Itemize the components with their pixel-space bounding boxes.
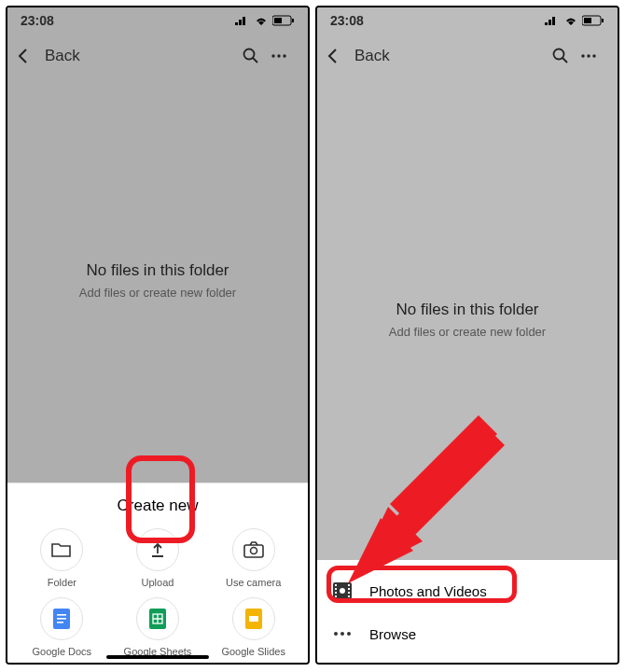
svg-rect-16 — [57, 618, 66, 620]
upload-photos-label: Photos and Videos — [369, 583, 487, 599]
upload-icon — [136, 528, 179, 571]
empty-title: No files in this folder — [86, 261, 229, 280]
create-slides[interactable]: Google Slides — [208, 597, 299, 657]
svg-point-34 — [592, 54, 595, 57]
svg-point-13 — [250, 548, 257, 554]
create-folder[interactable]: Folder — [17, 528, 107, 588]
back-icon[interactable] — [17, 48, 45, 64]
create-upload[interactable]: Upload — [113, 528, 203, 588]
svg-line-7 — [253, 58, 257, 63]
svg-point-8 — [271, 54, 274, 57]
svg-point-47 — [347, 632, 351, 636]
svg-rect-41 — [348, 588, 350, 590]
wifi-icon — [254, 15, 269, 26]
back-label[interactable]: Back — [354, 47, 390, 65]
svg-rect-36 — [335, 584, 337, 586]
sheets-icon — [136, 597, 179, 640]
svg-rect-5 — [274, 18, 282, 23]
svg-point-10 — [283, 54, 285, 57]
search-icon[interactable] — [552, 48, 580, 64]
empty-subtitle: Add files or create new folder — [389, 325, 546, 339]
svg-rect-23 — [249, 616, 258, 622]
svg-point-33 — [587, 54, 590, 57]
back-icon[interactable] — [326, 48, 354, 64]
more-icon[interactable] — [580, 48, 608, 64]
create-folder-label: Folder — [48, 577, 76, 588]
create-upload-label: Upload — [142, 577, 174, 588]
svg-point-9 — [277, 54, 280, 57]
empty-state: No files in this folder Add files or cre… — [7, 78, 308, 483]
cellular-icon — [545, 16, 560, 25]
empty-subtitle: Add files or create new folder — [79, 286, 236, 300]
create-docs[interactable]: Google Docs — [17, 597, 107, 657]
svg-rect-42 — [348, 592, 350, 594]
upload-photos-videos[interactable]: Photos and Videos — [317, 569, 618, 612]
svg-rect-38 — [335, 592, 337, 594]
svg-rect-1 — [239, 20, 242, 25]
create-sheet: Create new Folder Upload — [7, 483, 308, 663]
svg-rect-39 — [335, 595, 337, 597]
upload-browse-label: Browse — [369, 626, 416, 642]
status-bar: 23:08 — [7, 7, 308, 34]
svg-point-6 — [244, 49, 255, 60]
svg-point-30 — [554, 49, 564, 60]
slides-icon — [232, 597, 275, 640]
svg-rect-4 — [292, 19, 294, 22]
svg-rect-15 — [57, 614, 66, 616]
create-sheets[interactable]: Google Sheets — [113, 597, 203, 657]
film-icon — [332, 581, 353, 600]
battery-icon — [272, 15, 295, 26]
svg-rect-24 — [545, 22, 548, 25]
battery-icon — [582, 15, 604, 26]
folder-icon — [40, 528, 83, 571]
svg-rect-25 — [549, 20, 551, 25]
phone-screen-right: 23:08 Back — [315, 6, 619, 665]
upload-menu: Photos and Videos Browse — [317, 560, 618, 663]
svg-rect-37 — [335, 588, 337, 590]
app-header: Back — [7, 34, 308, 78]
more-icon[interactable] — [271, 48, 299, 64]
phone-screen-left: 23:08 Back — [6, 6, 310, 665]
back-label[interactable]: Back — [45, 47, 80, 65]
empty-title: No files in this folder — [396, 301, 538, 319]
upload-browse[interactable]: Browse — [317, 612, 618, 655]
cellular-icon — [235, 16, 250, 25]
status-time: 23:08 — [21, 13, 54, 28]
docs-icon — [40, 597, 83, 640]
sheet-title: Create new — [17, 497, 299, 515]
create-camera[interactable]: Use camera — [208, 528, 299, 588]
app-header: Back — [317, 34, 618, 78]
create-docs-label: Google Docs — [33, 646, 92, 657]
more-icon — [332, 625, 353, 642]
svg-point-45 — [334, 632, 338, 636]
svg-rect-40 — [348, 584, 350, 586]
create-slides-label: Google Slides — [221, 646, 285, 657]
svg-rect-29 — [584, 18, 591, 23]
home-indicator — [106, 655, 209, 659]
svg-point-44 — [340, 588, 345, 594]
empty-state: No files in this folder Add files or cre… — [317, 78, 618, 560]
svg-rect-28 — [602, 19, 604, 22]
svg-rect-2 — [243, 17, 245, 25]
wifi-icon — [563, 15, 578, 26]
status-bar: 23:08 — [317, 7, 618, 34]
svg-point-32 — [581, 54, 584, 57]
svg-rect-26 — [552, 17, 555, 25]
svg-rect-0 — [235, 22, 238, 25]
svg-line-31 — [562, 58, 567, 63]
svg-rect-17 — [57, 622, 63, 623]
svg-rect-43 — [348, 595, 350, 597]
status-time: 23:08 — [330, 13, 364, 28]
search-icon[interactable] — [243, 48, 271, 64]
camera-icon — [232, 528, 275, 571]
svg-point-46 — [340, 632, 344, 636]
create-camera-label: Use camera — [226, 577, 281, 588]
